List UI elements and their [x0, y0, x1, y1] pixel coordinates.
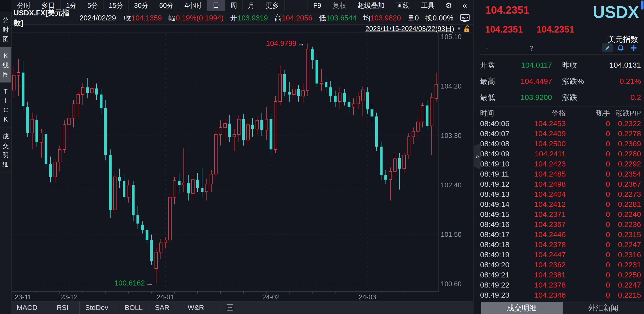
candle-body: [224, 124, 226, 127]
period-tab-60分[interactable]: 60分: [154, 0, 179, 11]
candle-body: [164, 240, 167, 243]
candle-body: [118, 177, 121, 181]
tick-row: 08:49:09104.241100.2280: [473, 149, 644, 159]
candle-body: [265, 119, 268, 130]
candle-body: [104, 108, 107, 155]
candle-body: [417, 122, 419, 131]
candle-body: [219, 127, 222, 134]
tick-row: 08:49:18104.237800.2247: [473, 240, 644, 250]
help-question-mark[interactable]: ?: [529, 44, 533, 52]
indicator-tab-SAR[interactable]: SAR: [149, 301, 182, 314]
sidebar-item-成交明细[interactable]: 成交明细: [0, 128, 11, 173]
wp-monitor-icon[interactable]: WP: [460, 14, 470, 23]
candle-body: [210, 174, 213, 184]
candle-body: [109, 155, 112, 210]
toolbar-button-超级叠加[interactable]: 超级叠加: [352, 0, 390, 11]
panel-tab-外汇新闻[interactable]: 外汇新闻: [563, 302, 644, 314]
candle-body: [247, 125, 249, 140]
divider: [480, 54, 641, 54]
empty-value-dash: -: [486, 43, 489, 52]
candle-body: [168, 197, 171, 240]
candle-body: [421, 105, 424, 122]
tick-row: 08:49:12104.249800.2367: [473, 179, 644, 189]
tick-row: 08:49:07104.240900.2278: [473, 129, 644, 139]
tick-row: 08:49:08104.250000.2369: [473, 139, 644, 149]
candle-body: [54, 162, 57, 177]
quote-field-均: 均103.9820: [363, 13, 401, 23]
candle-body: [45, 134, 47, 164]
period-tab-月[interactable]: 月: [243, 0, 260, 11]
toolbar-button-画线[interactable]: 画线: [390, 0, 415, 11]
add-to-watchlist-icon[interactable]: [628, 43, 639, 52]
period-tab-日[interactable]: 日: [207, 0, 225, 11]
stats-row-最高: 最高104.4497涨跌%0.21%: [473, 76, 644, 87]
candle-body: [269, 119, 272, 150]
toolbar-button-F9[interactable]: F9: [308, 0, 327, 11]
tick-row: 08:49:10104.242300.2292: [473, 159, 644, 169]
candle-body: [316, 60, 318, 83]
col-time: 时间: [480, 108, 494, 118]
indicator-tab-MACD[interactable]: MACD: [11, 301, 51, 314]
candlestick-chart[interactable]: 105.10104.20103.30102.40101.50100.6023-1…: [12, 33, 473, 302]
candle-body: [435, 84, 438, 98]
add-indicator-button[interactable]: [220, 301, 240, 314]
date-range-selector[interactable]: 2023/11/15-2024/03/22(93日): [365, 24, 454, 33]
indicator-tab-StdDev[interactable]: StdDev: [80, 301, 119, 314]
collapse-panel-icon[interactable]: «: [457, 0, 473, 11]
trading-app: 分时多日1分5分15分30分60分4小时日周月更多 F9复权超级叠加画线工具 ⚙…: [0, 0, 644, 314]
candle-body: [90, 89, 93, 93]
tick-row: 08:49:22104.237800.2247: [473, 280, 644, 290]
candle-body: [293, 89, 295, 95]
sidebar-item-TICK[interactable]: TICK: [0, 83, 11, 128]
candle-body: [150, 240, 153, 261]
toolbar-button-工具[interactable]: 工具: [415, 0, 440, 11]
quote-field-低: 低103.6544: [319, 13, 357, 23]
candle-body: [67, 118, 70, 125]
settings-gear-icon[interactable]: ⚙: [440, 0, 457, 11]
indicator-tab-RSI[interactable]: RSI: [51, 301, 80, 314]
x-axis-label: 24-01: [157, 293, 174, 301]
candle-body: [22, 73, 24, 106]
quote-field-开: 开103.9319: [230, 13, 268, 23]
indicator-tab-BOLL[interactable]: BOLL: [119, 301, 149, 314]
candle-body: [215, 135, 217, 174]
period-tab-30分[interactable]: 30分: [129, 0, 154, 11]
candle-body: [63, 125, 66, 149]
candle-body: [407, 137, 410, 155]
toolbar-button-复权[interactable]: 复权: [327, 0, 352, 11]
scrollbar-thumb[interactable]: [641, 1, 643, 10]
period-tab-4小时[interactable]: 4小时: [179, 0, 207, 11]
indicator-tab-W&R[interactable]: W&R: [182, 301, 220, 314]
range-dropdown-caret[interactable]: ▼: [457, 26, 461, 32]
period-tab-周[interactable]: 周: [225, 0, 243, 11]
candle-body: [403, 155, 405, 168]
candle-body: [49, 164, 52, 177]
y-axis-label: 103.30: [441, 132, 462, 139]
candle-body: [334, 96, 337, 102]
candle-body: [228, 124, 231, 137]
panel-tab-成交明细[interactable]: 成交明细: [481, 302, 563, 314]
period-tab-15分[interactable]: 15分: [104, 0, 129, 11]
edit-pencil-icon[interactable]: [602, 43, 613, 52]
candle-body: [17, 73, 20, 75]
candle-body: [297, 89, 300, 96]
panel-collapse-handle[interactable]: »: [474, 143, 481, 169]
candle-body: [242, 119, 245, 140]
candle-body: [375, 117, 378, 147]
candle-body: [320, 82, 323, 84]
candle-body: [329, 87, 332, 96]
y-axis-label: 105.10: [441, 33, 462, 41]
candle-body: [36, 120, 38, 142]
ask-price: 104.2351: [536, 24, 574, 35]
candle-body: [182, 183, 185, 185]
candle-body: [95, 89, 98, 95]
candle-body: [77, 95, 80, 104]
col-volume: 现手: [596, 108, 610, 118]
period-tab-更多[interactable]: 更多: [260, 0, 285, 11]
sidebar-item-分时图[interactable]: 分时图: [0, 12, 11, 47]
candle-body: [370, 109, 373, 116]
unlock-icon[interactable]: [464, 25, 470, 33]
alert-bell-icon[interactable]: [615, 43, 626, 52]
period-tab-5分[interactable]: 5分: [82, 0, 104, 11]
sidebar-item-K线图[interactable]: K线图: [0, 47, 11, 83]
